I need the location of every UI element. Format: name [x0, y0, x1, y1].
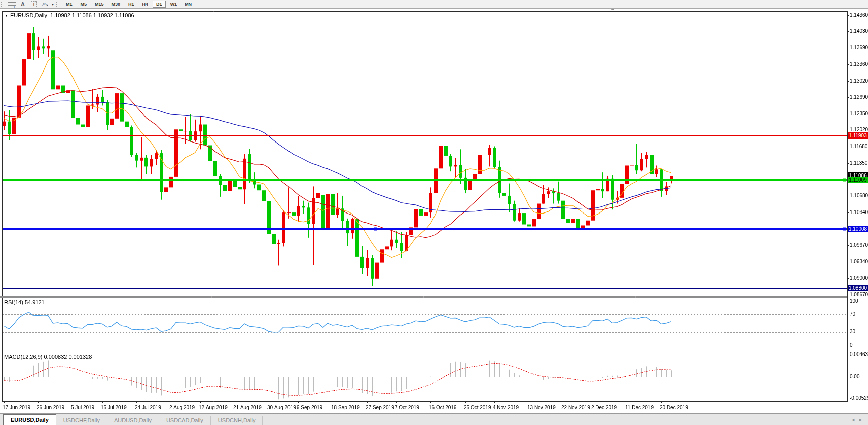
- rsi-value: 54.9121: [25, 299, 45, 305]
- tab-eurusd-daily[interactable]: EURUSD,Daily: [3, 414, 56, 425]
- tab-scroll-left-icon[interactable]: ◄: [851, 417, 858, 422]
- timeframe-button-m15[interactable]: M15: [91, 1, 107, 8]
- timeframe-button-m1[interactable]: M1: [62, 1, 76, 8]
- tab-usdcad-daily[interactable]: USDCAD,Daily: [159, 416, 211, 425]
- timeframe-buttons: M1M5M15M30H1H4D1W1MN: [62, 1, 196, 8]
- tab-usdcnh-daily[interactable]: USDCNH,Daily: [211, 416, 263, 425]
- text-tool-icon[interactable]: A: [19, 1, 27, 8]
- fibonacci-letter: F: [14, 5, 16, 9]
- chart-header: ▼EURUSD,Daily 1.10982 1.11086 1.10932 1.…: [5, 12, 134, 18]
- toolbar-grip-2[interactable]: [56, 2, 59, 7]
- label-tool-icon[interactable]: T: [30, 1, 38, 8]
- timeframe-button-w1[interactable]: W1: [167, 1, 181, 8]
- toolbar: F A T ↗ ↘ ▾ M1M5M15M30H1H4D1W1MN: [0, 0, 868, 9]
- tab-scroll-right-icon[interactable]: ►: [858, 417, 866, 422]
- timeframe-button-m30[interactable]: M30: [108, 1, 124, 8]
- tab-scroll-arrows: ◄►: [851, 417, 866, 422]
- price-badge-resistance: 1.11903: [848, 132, 868, 139]
- price-badge-support-blue: 1.10008: [848, 226, 868, 232]
- timeframe-button-h4[interactable]: H4: [139, 1, 152, 8]
- price-badge-support-navy: 1.08800: [848, 285, 868, 291]
- rsi-label: RSI(14) 54.9121: [4, 299, 45, 305]
- chart-canvas[interactable]: [0, 0, 868, 425]
- macd-main-value: 0.000832: [44, 353, 67, 360]
- timeframe-button-m5[interactable]: M5: [77, 1, 91, 8]
- tab-usdchf-daily[interactable]: USDCHF,Daily: [56, 416, 107, 425]
- arrows-dropdown-icon[interactable]: ▾: [52, 2, 54, 7]
- timeframe-button-d1[interactable]: D1: [153, 1, 166, 8]
- symbol-tab-bar: EURUSD,DailyUSDCHF,DailyAUDUSD,DailyUSDC…: [0, 413, 868, 425]
- trading-platform-window: F A T ↗ ↘ ▾ M1M5M15M30H1H4D1W1MN ▼EURUSD…: [0, 0, 868, 425]
- toolbar-grip[interactable]: [1, 2, 5, 7]
- tab-audusd-daily[interactable]: AUDUSD,Daily: [107, 416, 159, 425]
- timeframe-button-mn[interactable]: MN: [181, 1, 195, 8]
- price-badge-support-green: 1.11009: [848, 177, 868, 183]
- chevron-down-icon[interactable]: ▼: [5, 14, 8, 17]
- macd-signal-value: 0.001328: [68, 353, 92, 360]
- macd-label: MACD(12,26,9) 0.000832 0.001328: [4, 353, 92, 360]
- symbol-period-label: EURUSD,Daily: [10, 12, 47, 18]
- fibonacci-retracement-icon[interactable]: F: [8, 1, 16, 8]
- ohlc-values: 1.10982 1.11086 1.10932 1.11086: [50, 12, 134, 18]
- timeframe-button-h1[interactable]: H1: [125, 1, 138, 8]
- arrows-tool-icon[interactable]: ↗ ↘: [41, 1, 49, 8]
